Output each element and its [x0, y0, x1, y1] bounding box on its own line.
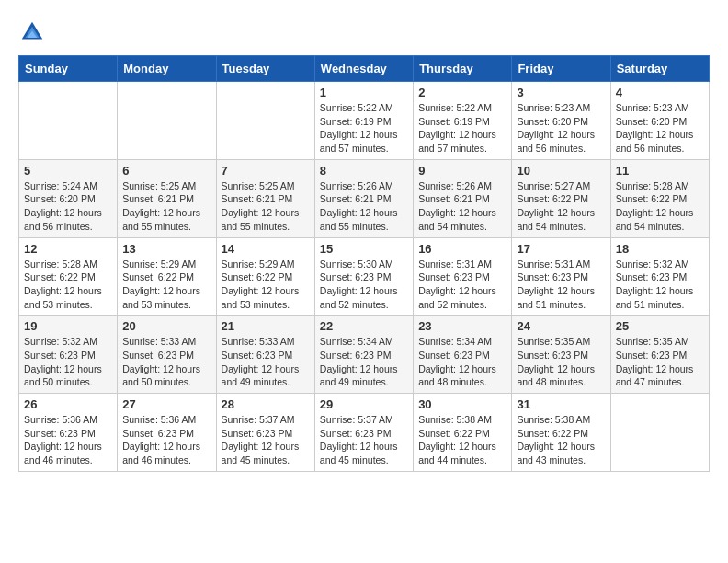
day-number: 22: [320, 319, 408, 333]
day-number: 12: [24, 242, 112, 256]
day-number: 17: [517, 242, 605, 256]
day-number: 8: [320, 164, 408, 178]
calendar-cell: 4Sunrise: 5:23 AM Sunset: 6:20 PM Daylig…: [610, 82, 709, 160]
day-info: Sunrise: 5:22 AM Sunset: 6:19 PM Dayligh…: [418, 101, 506, 155]
day-number: 5: [24, 164, 112, 178]
day-number: 20: [122, 319, 210, 333]
calendar-cell: 29Sunrise: 5:37 AM Sunset: 6:23 PM Dayli…: [314, 394, 413, 472]
calendar-cell: 12Sunrise: 5:28 AM Sunset: 6:22 PM Dayli…: [19, 237, 118, 316]
calendar-cell: 16Sunrise: 5:31 AM Sunset: 6:23 PM Dayli…: [414, 237, 512, 316]
day-number: 18: [616, 242, 704, 256]
calendar-cell: 17Sunrise: 5:31 AM Sunset: 6:23 PM Dayli…: [512, 237, 610, 316]
weekday-header-saturday: Saturday: [610, 56, 709, 82]
day-info: Sunrise: 5:29 AM Sunset: 6:22 PM Dayligh…: [122, 258, 210, 312]
day-info: Sunrise: 5:24 AM Sunset: 6:20 PM Dayligh…: [24, 179, 112, 234]
calendar-cell: 25Sunrise: 5:35 AM Sunset: 6:23 PM Dayli…: [610, 316, 709, 394]
calendar-cell: 11Sunrise: 5:28 AM Sunset: 6:22 PM Dayli…: [610, 159, 709, 237]
day-info: Sunrise: 5:27 AM Sunset: 6:22 PM Dayligh…: [517, 179, 605, 234]
day-info: Sunrise: 5:26 AM Sunset: 6:21 PM Dayligh…: [320, 179, 408, 234]
day-info: Sunrise: 5:31 AM Sunset: 6:23 PM Dayligh…: [418, 258, 506, 312]
weekday-header-sunday: Sunday: [19, 56, 118, 82]
calendar-cell: 7Sunrise: 5:25 AM Sunset: 6:21 PM Daylig…: [216, 159, 314, 237]
calendar-cell: [118, 82, 216, 160]
day-info: Sunrise: 5:35 AM Sunset: 6:23 PM Dayligh…: [517, 335, 605, 389]
calendar-cell: [19, 82, 118, 160]
weekday-header-monday: Monday: [118, 56, 216, 82]
day-number: 4: [616, 86, 704, 99]
day-info: Sunrise: 5:38 AM Sunset: 6:22 PM Dayligh…: [517, 413, 605, 467]
day-info: Sunrise: 5:35 AM Sunset: 6:23 PM Dayligh…: [616, 335, 704, 389]
weekday-header-tuesday: Tuesday: [216, 56, 314, 82]
day-info: Sunrise: 5:23 AM Sunset: 6:20 PM Dayligh…: [517, 101, 605, 155]
day-number: 27: [122, 397, 210, 411]
day-number: 10: [517, 164, 605, 178]
calendar-cell: 8Sunrise: 5:26 AM Sunset: 6:21 PM Daylig…: [314, 159, 413, 237]
day-info: Sunrise: 5:31 AM Sunset: 6:23 PM Dayligh…: [517, 258, 605, 312]
day-info: Sunrise: 5:32 AM Sunset: 6:23 PM Dayligh…: [616, 258, 704, 312]
calendar-cell: 3Sunrise: 5:23 AM Sunset: 6:20 PM Daylig…: [512, 82, 610, 160]
day-info: Sunrise: 5:37 AM Sunset: 6:23 PM Dayligh…: [222, 413, 310, 467]
calendar-table: SundayMondayTuesdayWednesdayThursdayFrid…: [18, 55, 710, 472]
calendar-week-row: 26Sunrise: 5:36 AM Sunset: 6:23 PM Dayli…: [19, 394, 710, 472]
calendar-cell: 31Sunrise: 5:38 AM Sunset: 6:22 PM Dayli…: [512, 394, 610, 472]
day-number: 15: [320, 242, 408, 256]
page-header: [18, 18, 710, 46]
calendar-week-row: 5Sunrise: 5:24 AM Sunset: 6:20 PM Daylig…: [19, 159, 710, 237]
day-number: 29: [320, 397, 408, 411]
logo-icon: [18, 18, 46, 46]
calendar-cell: 24Sunrise: 5:35 AM Sunset: 6:23 PM Dayli…: [512, 316, 610, 394]
day-number: 11: [616, 164, 704, 178]
calendar-cell: 1Sunrise: 5:22 AM Sunset: 6:19 PM Daylig…: [314, 82, 413, 160]
day-info: Sunrise: 5:25 AM Sunset: 6:21 PM Dayligh…: [222, 179, 310, 234]
calendar-cell: [216, 82, 314, 160]
day-info: Sunrise: 5:28 AM Sunset: 6:22 PM Dayligh…: [24, 258, 112, 312]
day-number: 9: [418, 164, 506, 178]
day-number: 19: [24, 319, 112, 333]
day-info: Sunrise: 5:33 AM Sunset: 6:23 PM Dayligh…: [122, 335, 210, 389]
weekday-header-friday: Friday: [512, 56, 610, 82]
day-number: 6: [122, 164, 210, 178]
calendar-cell: 6Sunrise: 5:25 AM Sunset: 6:21 PM Daylig…: [118, 159, 216, 237]
day-info: Sunrise: 5:32 AM Sunset: 6:23 PM Dayligh…: [24, 335, 112, 389]
day-number: 25: [616, 319, 704, 333]
calendar-cell: 22Sunrise: 5:34 AM Sunset: 6:23 PM Dayli…: [314, 316, 413, 394]
day-info: Sunrise: 5:38 AM Sunset: 6:22 PM Dayligh…: [418, 413, 506, 467]
calendar-cell: 23Sunrise: 5:34 AM Sunset: 6:23 PM Dayli…: [414, 316, 512, 394]
day-number: 24: [517, 319, 605, 333]
day-info: Sunrise: 5:30 AM Sunset: 6:23 PM Dayligh…: [320, 258, 408, 312]
calendar-cell: 10Sunrise: 5:27 AM Sunset: 6:22 PM Dayli…: [512, 159, 610, 237]
calendar-week-row: 1Sunrise: 5:22 AM Sunset: 6:19 PM Daylig…: [19, 82, 710, 160]
calendar-cell: 15Sunrise: 5:30 AM Sunset: 6:23 PM Dayli…: [314, 237, 413, 316]
calendar-cell: 21Sunrise: 5:33 AM Sunset: 6:23 PM Dayli…: [216, 316, 314, 394]
day-number: 3: [517, 86, 605, 99]
calendar-cell: 9Sunrise: 5:26 AM Sunset: 6:21 PM Daylig…: [414, 159, 512, 237]
calendar-cell: 19Sunrise: 5:32 AM Sunset: 6:23 PM Dayli…: [19, 316, 118, 394]
day-number: 16: [418, 242, 506, 256]
weekday-header-wednesday: Wednesday: [314, 56, 413, 82]
day-info: Sunrise: 5:34 AM Sunset: 6:23 PM Dayligh…: [418, 335, 506, 389]
calendar-cell: 28Sunrise: 5:37 AM Sunset: 6:23 PM Dayli…: [216, 394, 314, 472]
weekday-header-row: SundayMondayTuesdayWednesdayThursdayFrid…: [19, 56, 710, 82]
day-info: Sunrise: 5:26 AM Sunset: 6:21 PM Dayligh…: [418, 179, 506, 234]
calendar-cell: 30Sunrise: 5:38 AM Sunset: 6:22 PM Dayli…: [414, 394, 512, 472]
calendar-cell: 20Sunrise: 5:33 AM Sunset: 6:23 PM Dayli…: [118, 316, 216, 394]
day-info: Sunrise: 5:28 AM Sunset: 6:22 PM Dayligh…: [616, 179, 704, 234]
day-number: 13: [122, 242, 210, 256]
calendar-week-row: 19Sunrise: 5:32 AM Sunset: 6:23 PM Dayli…: [19, 316, 710, 394]
calendar-cell: 14Sunrise: 5:29 AM Sunset: 6:22 PM Dayli…: [216, 237, 314, 316]
day-number: 23: [418, 319, 506, 333]
day-number: 7: [222, 164, 310, 178]
day-info: Sunrise: 5:36 AM Sunset: 6:23 PM Dayligh…: [24, 413, 112, 467]
calendar-cell: 27Sunrise: 5:36 AM Sunset: 6:23 PM Dayli…: [118, 394, 216, 472]
calendar-cell: 26Sunrise: 5:36 AM Sunset: 6:23 PM Dayli…: [19, 394, 118, 472]
day-number: 31: [517, 397, 605, 411]
calendar-week-row: 12Sunrise: 5:28 AM Sunset: 6:22 PM Dayli…: [19, 237, 710, 316]
day-info: Sunrise: 5:23 AM Sunset: 6:20 PM Dayligh…: [616, 101, 704, 155]
day-number: 28: [222, 397, 310, 411]
calendar-cell: 2Sunrise: 5:22 AM Sunset: 6:19 PM Daylig…: [414, 82, 512, 160]
calendar-cell: 13Sunrise: 5:29 AM Sunset: 6:22 PM Dayli…: [118, 237, 216, 316]
day-info: Sunrise: 5:33 AM Sunset: 6:23 PM Dayligh…: [222, 335, 310, 389]
calendar-cell: 18Sunrise: 5:32 AM Sunset: 6:23 PM Dayli…: [610, 237, 709, 316]
day-number: 1: [320, 86, 408, 99]
day-number: 2: [418, 86, 506, 99]
